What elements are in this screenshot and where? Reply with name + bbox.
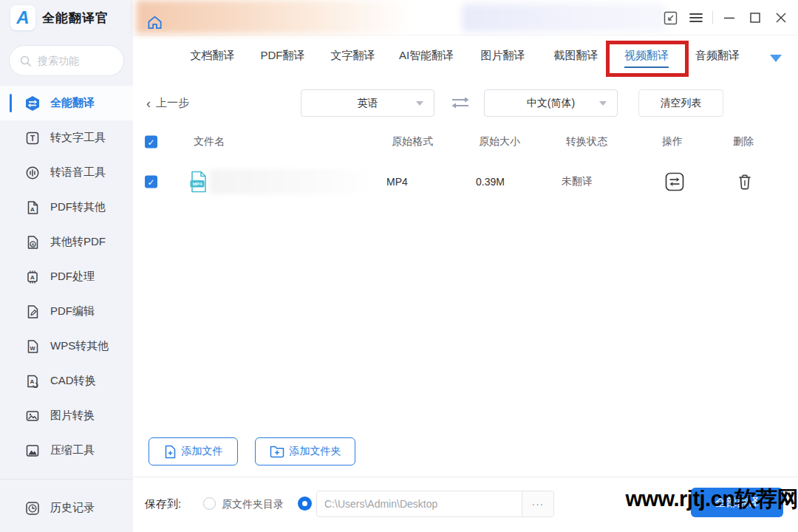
column-header-size: 原始大小 xyxy=(479,135,520,149)
to-text-icon: T xyxy=(24,130,41,146)
redacted-banner xyxy=(136,0,411,34)
chevron-down-icon xyxy=(599,101,607,106)
column-header-operation: 操作 xyxy=(662,135,683,149)
svg-text:A: A xyxy=(31,242,35,247)
svg-text:A: A xyxy=(30,206,35,213)
home-tab[interactable] xyxy=(146,14,163,31)
sidebar-item-image-convert[interactable]: 图片转换 xyxy=(0,398,133,433)
app-logo-row: A 全能翻译官 xyxy=(10,5,109,30)
close-button[interactable] xyxy=(771,8,791,27)
sidebar-item-history[interactable]: 历史记录 xyxy=(0,491,133,525)
swap-arrows-icon xyxy=(451,96,470,109)
convert-icon xyxy=(665,172,684,191)
controls-divider xyxy=(712,11,713,24)
sidebar-item-pdf-to-other[interactable]: A PDF转其他 xyxy=(0,190,133,225)
back-button[interactable]: ‹ 上一步 xyxy=(146,96,189,110)
compress-icon xyxy=(24,443,41,459)
chevron-left-icon: ‹ xyxy=(146,97,151,110)
tab-image-translate[interactable]: 图片翻译 xyxy=(465,49,541,68)
image-convert-icon xyxy=(24,408,41,424)
row-checkbox[interactable]: ✓ xyxy=(145,176,157,188)
sidebar-item-to-speech[interactable]: 转语音工具 xyxy=(0,155,133,190)
source-language-select[interactable]: 英语 xyxy=(301,89,434,117)
translate-all-button[interactable]: 全部翻译 xyxy=(691,488,783,517)
select-all-checkbox[interactable]: ✓ xyxy=(145,136,157,149)
toolbar: ‹ 上一步 英语 中文(简体) 清空列表 xyxy=(133,81,798,127)
sidebar: A 全能翻译官 全能翻译 T 转文字工具 xyxy=(0,0,133,532)
sidebar-item-label: PDF处理 xyxy=(50,270,95,284)
add-folder-button[interactable]: 添加文件夹 xyxy=(255,437,355,466)
search-box[interactable] xyxy=(9,45,124,76)
sidebar-item-label: WPS转其他 xyxy=(50,339,109,353)
menu-icon[interactable] xyxy=(686,8,706,27)
add-file-button[interactable]: 添加文件 xyxy=(149,437,238,466)
tab-text-translate[interactable]: 文字翻译 xyxy=(318,49,388,68)
file-status: 未翻译 xyxy=(562,175,593,188)
tab-ai-translate[interactable]: AI智能翻译 xyxy=(388,49,465,68)
sidebar-divider xyxy=(0,479,133,480)
window-controls xyxy=(661,0,791,35)
collapse-window-button[interactable] xyxy=(661,8,680,27)
browse-path-button[interactable]: ··· xyxy=(522,491,553,516)
main-area: 文档翻译 PDF翻译 文字翻译 AI智能翻译 图片翻译 截图翻译 视频翻译 音频… xyxy=(133,0,798,532)
sidebar-item-pdf-process[interactable]: A PDF处理 xyxy=(0,259,133,294)
back-label: 上一步 xyxy=(156,96,189,110)
delete-row-button[interactable] xyxy=(737,174,752,190)
sidebar-item-cad-convert[interactable]: A CAD转换 xyxy=(0,364,133,398)
sidebar-item-label: 图片转换 xyxy=(50,409,95,423)
svg-text:T: T xyxy=(30,134,35,142)
tab-pdf-translate[interactable]: PDF翻译 xyxy=(248,49,318,68)
app-logo-icon: A xyxy=(10,5,35,30)
file-size: 0.39M xyxy=(476,176,505,188)
tab-screenshot-translate[interactable]: 截图翻译 xyxy=(541,49,611,68)
sidebar-item-to-text[interactable]: T 转文字工具 xyxy=(0,120,133,155)
target-language-select[interactable]: 中文(简体) xyxy=(484,89,618,117)
redacted-filename xyxy=(210,169,377,194)
search-icon xyxy=(19,55,32,67)
svg-text:MP4: MP4 xyxy=(193,181,202,186)
footer-bar: 保存到: 原文件夹目录 ··· 全部翻译 xyxy=(133,477,798,532)
column-header-format: 原始格式 xyxy=(392,135,433,149)
target-language-value: 中文(简体) xyxy=(527,97,575,110)
clear-list-button[interactable]: 清空列表 xyxy=(638,89,723,117)
sidebar-item-pdf-edit[interactable]: PDF编辑 xyxy=(0,294,133,329)
pdf-edit-icon xyxy=(24,304,41,320)
custom-path-radio[interactable] xyxy=(298,497,312,511)
swap-languages-button[interactable] xyxy=(451,96,470,109)
sidebar-nav: 全能翻译 T 转文字工具 转语音工具 A PDF转其他 xyxy=(0,86,133,468)
svg-text:A: A xyxy=(30,274,35,281)
sidebar-item-translate[interactable]: 全能翻译 xyxy=(0,86,133,120)
trash-icon xyxy=(737,174,752,190)
column-header-filename: 文件名 xyxy=(194,135,225,149)
maximize-button[interactable] xyxy=(746,8,765,27)
convert-row-button[interactable] xyxy=(665,172,684,191)
add-folder-icon xyxy=(270,445,284,458)
save-path-group: ··· xyxy=(316,491,554,517)
tab-video-translate[interactable]: 视频翻译 xyxy=(611,49,682,68)
sidebar-item-other-to-pdf[interactable]: A 其他转PDF xyxy=(0,225,133,259)
sidebar-item-label: PDF转其他 xyxy=(50,200,106,214)
sidebar-item-label: 转语音工具 xyxy=(50,166,106,180)
sidebar-item-label: PDF编辑 xyxy=(50,304,95,318)
tabs-overflow-caret-icon[interactable] xyxy=(770,55,782,62)
tab-audio-translate[interactable]: 音频翻译 xyxy=(682,49,753,68)
translate-icon xyxy=(24,95,41,112)
table-header: ✓ 文件名 原始格式 原始大小 转换状态 操作 删除 xyxy=(133,127,798,157)
original-dir-radio[interactable] xyxy=(203,497,216,510)
search-input[interactable] xyxy=(38,55,112,66)
pdf-to-other-icon: A xyxy=(24,200,41,216)
minimize-button[interactable] xyxy=(720,8,739,27)
column-header-status: 转换状态 xyxy=(566,135,607,149)
sidebar-item-wps-to-other[interactable]: W WPS转其他 xyxy=(0,329,133,364)
sidebar-item-label: 历史记录 xyxy=(50,501,95,515)
tab-document-translate[interactable]: 文档翻译 xyxy=(177,49,248,68)
app-title: 全能翻译官 xyxy=(42,10,109,27)
pdf-process-icon: A xyxy=(24,269,41,285)
to-speech-icon xyxy=(24,165,41,181)
original-dir-label: 原文件夹目录 xyxy=(222,498,284,511)
sidebar-item-compress[interactable]: 压缩工具 xyxy=(0,433,133,468)
save-path-input[interactable] xyxy=(317,491,522,516)
chevron-down-icon xyxy=(416,101,423,106)
titlebar xyxy=(133,0,798,35)
tab-bar: 文档翻译 PDF翻译 文字翻译 AI智能翻译 图片翻译 截图翻译 视频翻译 音频… xyxy=(133,35,798,81)
